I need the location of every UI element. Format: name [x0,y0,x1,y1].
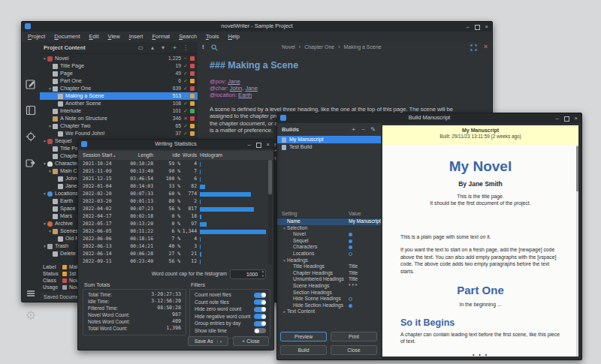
close-icon[interactable]: × [575,114,578,122]
stats-row[interactable]: 2021-10-2400:10:2859 %4 [78,160,273,167]
stats-row[interactable]: 2021-12-1503:46:54100 %6 [78,175,273,182]
tree-item-page[interactable]: Page49✓ [40,70,198,77]
stats-row[interactable]: 2022-01-0400:14:0333 %82 [78,182,273,190]
notes-bang-icon[interactable]: ! [202,44,204,50]
tree-item-chapter-two[interactable]: ▾Chapter Two65✓ [40,122,198,130]
maximize-icon[interactable] [475,25,480,30]
stats-row[interactable]: 2022-04-1700:02:180 %18 [78,212,273,220]
setting-title-headings[interactable]: Title HeadingsTitle [277,263,381,270]
compose-icon[interactable] [25,78,37,90]
tree-item-another-scene[interactable]: Another Scene108✓ [40,100,198,107]
expander-icon[interactable]: ▸ [282,308,287,315]
stats-row[interactable]: 2022-05-1700:13:200 %97 [78,220,273,227]
menu-hamburger-icon[interactable] [25,287,37,299]
setting-hide-section-headings[interactable]: Hide Section Headings [277,302,381,309]
focus-expand-icon[interactable] [470,44,477,51]
move-up-icon[interactable]: ▴ [151,44,154,52]
menu-view[interactable]: View [104,32,125,42]
toggle-switch[interactable] [254,328,266,333]
quick-link-icon[interactable]: ▭ [137,44,143,52]
toggle-switch[interactable] [254,293,266,298]
move-down-icon[interactable]: ▾ [162,44,165,52]
expander-icon[interactable]: ▾ [42,190,47,197]
stats-titlebar[interactable]: Writing Statistics – × [78,140,273,149]
menu-project[interactable]: Project [23,32,50,42]
stats-row[interactable]: 2022-03-2000:01:1388 %2 [78,197,273,205]
tree-item-novel[interactable]: ▾Novel1,225− [40,55,198,62]
setting-sequel[interactable]: Sequel [277,238,381,245]
stats-row[interactable]: 2022-06-0500:11:226 %1,344 [78,227,273,235]
keyword-value[interactable]: Earth [238,92,252,98]
expander-icon[interactable]: ▾ [47,167,53,175]
setting-section-headings[interactable]: Section Headings [277,290,381,296]
settings-gear-icon[interactable] [25,309,37,321]
build-item-my-manuscript[interactable]: My Manuscript [277,136,381,143]
setting-headings[interactable]: ▾Headings [277,257,381,264]
setting-chapter-headings[interactable]: Chapter HeadingsTitle [277,270,381,277]
expander-icon[interactable]: ▾ [282,257,287,264]
toggle-switch[interactable] [254,314,266,319]
close-stats-button[interactable]: × Close [233,336,269,346]
expander-icon[interactable]: ▾ [42,137,47,145]
expander-icon[interactable]: ▾ [42,242,47,250]
export-icon[interactable] [25,157,37,169]
spinner-arrows-icon[interactable]: ▴▾ [262,269,264,278]
close-document-icon[interactable]: × [484,43,488,50]
add-item-icon[interactable]: + [173,44,177,52]
expander-icon[interactable]: ▾ [282,225,287,232]
tree-item-interlude[interactable]: Interlude101✓ [40,107,198,115]
preview-scrollbar[interactable] [576,145,578,356]
stats-row[interactable]: 2022-04-0200:07:2356 %817 [78,205,273,212]
expander-icon[interactable]: ▾ [42,160,47,167]
setting-novel[interactable]: Novel [277,231,381,238]
preview-scrollbar-thumb[interactable] [576,146,578,191]
close-icon[interactable]: × [485,23,488,31]
expander-icon[interactable]: ▾ [47,85,53,92]
tree-item-chapter-one[interactable]: ▾Chapter One639✓ [40,85,198,92]
preview-button[interactable]: Preview [280,332,327,341]
main-titlebar[interactable]: novelWriter - Sample Project – × [22,22,492,32]
cap-spinner[interactable]: 1000 ▴▾ [230,269,266,279]
stats-scrollbar[interactable] [268,160,272,265]
menu-insert[interactable]: Insert [125,32,148,42]
stats-row[interactable]: 2022-06-1300:14:2140 %3 [78,242,273,250]
maximize-icon[interactable] [256,143,261,148]
expander-icon[interactable]: ▾ [42,220,47,227]
menu-edit[interactable]: Edit [85,32,104,42]
tree-item-title-page[interactable]: Title Page19✓ [40,62,198,70]
print-button[interactable]: Print [331,332,377,341]
setting-unnumbered-headings[interactable]: Unnumbered HeadingsTitle [277,276,381,283]
outline-book-icon[interactable] [25,104,37,116]
tree-item-we-found-john[interactable]: We Found John!37✓ [40,130,198,137]
edit-build-icon[interactable]: ✎ [370,126,376,134]
setting-scene-headings[interactable]: Scene Headings* * * [277,283,381,290]
setting-characters[interactable]: Characters [277,244,381,251]
tree-item-making-a-scene[interactable]: Making a Scene513✓ [40,92,198,100]
save-as-button[interactable]: Save As ▾ [188,336,228,346]
menu-document[interactable]: Document [50,32,84,42]
stats-row[interactable]: 2022-09-1100:23:4056 %12 [78,257,273,265]
expander-icon[interactable]: ▾ [47,122,53,130]
minimize-icon[interactable]: – [555,114,558,122]
close-icon[interactable]: × [267,140,270,149]
col-length[interactable]: Length [120,151,153,160]
menu-help[interactable]: Help [223,32,243,42]
add-build-icon[interactable]: + [352,126,355,134]
build-item-test-build[interactable]: Test Build [277,143,381,151]
col-words[interactable]: Words [176,151,197,160]
build-titlebar[interactable]: Build Manuscript – × [277,113,581,123]
search-icon[interactable] [211,44,218,51]
novel-details-icon[interactable] [25,131,37,143]
menu-search[interactable]: Search [174,32,201,42]
tree-item-a-note-on-structure[interactable]: A Note on Structure346× [40,115,198,122]
keyword-value[interactable]: Jane [228,78,240,85]
maximize-icon[interactable] [564,116,569,122]
more-options-icon[interactable]: ⋮ [183,44,189,52]
menu-format[interactable]: Format [147,32,174,42]
menu-tools[interactable]: Tools [201,32,224,42]
keyword-value[interactable]: John [230,85,242,92]
toggle-switch[interactable] [254,321,266,326]
setting-hide-scene-headings[interactable]: Hide Scene Headings [277,296,381,302]
stats-table-header[interactable]: Session Start ▴ Length Idle Words Histog… [78,151,273,160]
col-histogram[interactable]: Histogram [200,151,222,160]
